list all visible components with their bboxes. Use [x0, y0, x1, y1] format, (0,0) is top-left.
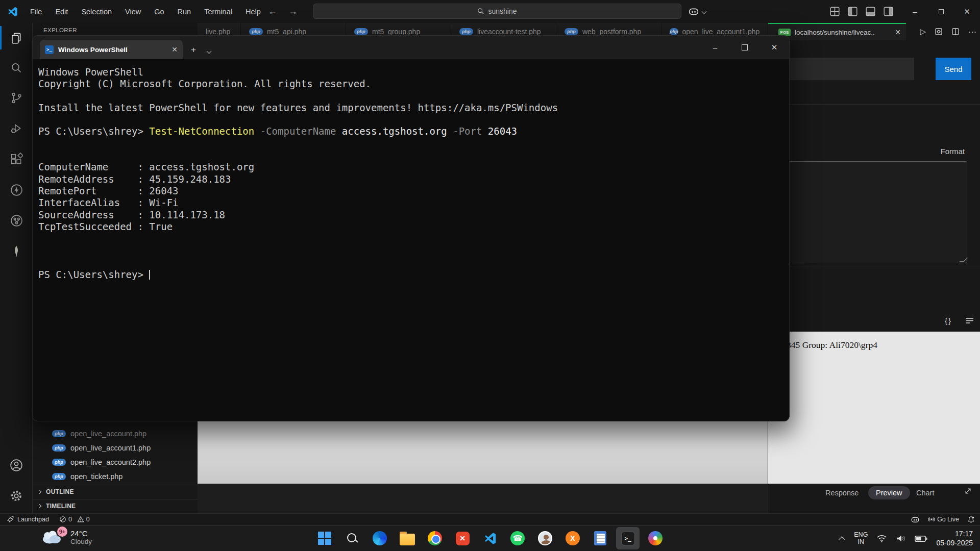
tab-chart[interactable]: Chart	[916, 489, 934, 497]
status-left: Launchpad 0 0	[6, 515, 90, 523]
toggle-panel-icon[interactable]	[866, 7, 875, 16]
problems-indicator[interactable]: 0 0	[59, 516, 90, 523]
launchpad-label[interactable]: Launchpad	[17, 516, 49, 523]
close-button[interactable]: ✕	[760, 36, 789, 59]
tab-label: liveaccount-test.php	[477, 28, 541, 36]
chevron-right-icon	[37, 490, 41, 494]
weather-widget[interactable]: 9+ 24°C Cloudy	[40, 527, 92, 547]
extensions-icon	[10, 153, 23, 166]
file-item[interactable]: php open_live_account2.php	[33, 455, 198, 469]
sidebar-item-explorer[interactable]	[0, 26, 33, 51]
menu-run[interactable]: Run	[171, 8, 198, 16]
menu-help[interactable]: Help	[239, 8, 267, 16]
whatsapp-button[interactable]: ☎	[506, 527, 529, 549]
copilot-menu[interactable]	[688, 6, 706, 17]
settings-button[interactable]	[0, 483, 33, 509]
open-in-editor-icon[interactable]	[935, 28, 943, 36]
edge-browser-button[interactable]	[368, 527, 391, 549]
minimize-button[interactable]: –	[700, 36, 730, 59]
account-button[interactable]	[0, 453, 33, 478]
terminal-line: Copyright (C) Microsoft Corporation. All…	[38, 78, 789, 90]
toggle-secondary-sidebar-icon[interactable]	[884, 7, 893, 16]
vscode-button[interactable]	[478, 527, 502, 549]
thunder-client-panel: POS localhost/sunshine/liveac.. ✕ ▷ ⋯ Se…	[768, 23, 980, 513]
format-label[interactable]: Format	[940, 147, 965, 156]
maximize-button[interactable]	[928, 0, 954, 23]
menu-terminal[interactable]: Terminal	[198, 8, 239, 16]
split-editor-icon[interactable]	[951, 28, 960, 36]
menu-edit[interactable]: Edit	[48, 8, 75, 16]
chrome-button[interactable]	[423, 527, 447, 549]
terminal-button[interactable]: >_	[616, 527, 640, 549]
tray-chevron-up-icon[interactable]	[839, 536, 845, 543]
language-indicator[interactable]: ENG IN	[854, 532, 868, 545]
lines-menu-icon[interactable]	[965, 317, 974, 324]
red-app-icon: ✕	[456, 532, 470, 545]
body-textarea[interactable]	[772, 161, 967, 263]
expand-icon[interactable]	[964, 487, 972, 495]
new-tab-button[interactable]: +	[191, 45, 196, 55]
file-item[interactable]: php open_ticket.php	[33, 469, 198, 484]
tab-preview[interactable]: Preview	[868, 486, 910, 499]
explorer-header: EXPLORER	[43, 27, 77, 33]
clock[interactable]: 17:17 05-09-2025	[936, 530, 973, 547]
file-item[interactable]: php open_live_account.php	[33, 427, 198, 441]
minimize-button[interactable]: –	[902, 0, 928, 23]
tab-dropdown-icon[interactable]	[206, 49, 211, 54]
timeline-section[interactable]: TIMELINE	[33, 499, 198, 513]
powershell-titlebar[interactable]: >_ Windows PowerShell ✕ + – ✕	[33, 36, 789, 59]
url-input[interactable]	[772, 58, 914, 80]
xampp-button[interactable]: X	[561, 527, 584, 549]
format-json-icon[interactable]: {}	[945, 316, 952, 325]
terminal-argument: access.tgshost.org	[342, 126, 447, 137]
customize-layout-icon[interactable]	[830, 7, 840, 16]
battery-icon[interactable]	[915, 535, 927, 542]
sidebar-item-search[interactable]	[0, 55, 33, 81]
taskbar-search-button[interactable]	[340, 527, 364, 549]
close-button[interactable]: ✕	[954, 0, 980, 23]
sidebar-item-extensions[interactable]	[0, 146, 33, 172]
close-icon[interactable]: ✕	[895, 28, 901, 36]
error-icon	[59, 516, 66, 523]
run-icon[interactable]: ▷	[920, 27, 926, 36]
terminal-content[interactable]: Windows PowerShell Copyright (C) Microso…	[33, 59, 789, 421]
send-button[interactable]: Send	[936, 58, 971, 80]
forward-arrow-icon[interactable]: →	[288, 6, 298, 17]
volume-icon[interactable]	[896, 534, 906, 543]
file-explorer-button[interactable]	[396, 527, 419, 549]
go-live-button[interactable]: Go Live	[928, 516, 959, 523]
sidebar-item-source-control[interactable]	[0, 85, 33, 111]
sidebar-item-mongodb[interactable]	[0, 238, 33, 264]
back-arrow-icon[interactable]: ←	[268, 6, 277, 17]
menu-file[interactable]: File	[23, 8, 48, 16]
sidebar-item-share-extension[interactable]	[0, 208, 33, 233]
maximize-button[interactable]	[730, 36, 760, 59]
outline-section[interactable]: OUTLINE	[33, 485, 198, 498]
maximize-icon	[742, 44, 748, 51]
tab-response[interactable]: Response	[825, 489, 859, 497]
start-button[interactable]	[313, 527, 336, 549]
copilot-icon[interactable]	[911, 515, 920, 524]
notepad-button[interactable]	[589, 527, 612, 549]
sidebar-item-thunder-client[interactable]	[0, 177, 33, 203]
more-actions-icon[interactable]: ⋯	[968, 27, 976, 37]
powershell-window: >_ Windows PowerShell ✕ + – ✕ Windows Po…	[33, 36, 789, 421]
menu-go[interactable]: Go	[148, 8, 170, 16]
menu-selection[interactable]: Selection	[75, 8, 118, 16]
notepad-icon	[594, 531, 606, 545]
toggle-sidebar-icon[interactable]	[848, 7, 857, 16]
terminal-blank-line	[38, 90, 789, 102]
powershell-tab[interactable]: >_ Windows PowerShell ✕	[40, 40, 183, 59]
command-center-search[interactable]: sunshine	[313, 4, 681, 19]
file-item[interactable]: php open_live_account1.php	[33, 441, 198, 455]
photos-button[interactable]	[644, 527, 667, 549]
red-app-button[interactable]: ✕	[451, 527, 474, 549]
menu-view[interactable]: View	[118, 8, 148, 16]
notifications-bell-icon[interactable]	[967, 516, 975, 523]
sidebar-item-run-debug[interactable]	[0, 116, 33, 141]
browser-profile-button[interactable]	[533, 527, 557, 549]
php-file-icon: php	[670, 28, 678, 35]
wifi-icon[interactable]	[876, 534, 887, 543]
tab-close-icon[interactable]: ✕	[172, 45, 178, 54]
account-icon	[9, 458, 23, 472]
